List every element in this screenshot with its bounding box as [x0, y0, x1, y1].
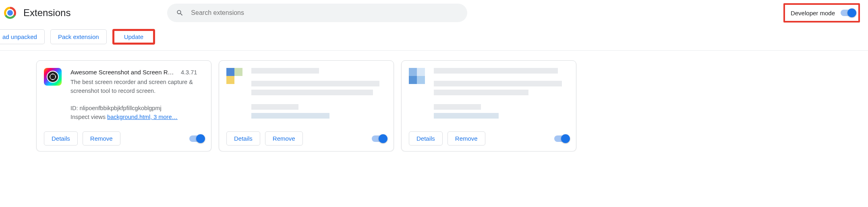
svg-rect-3 [234, 76, 242, 84]
pack-extension-button[interactable]: Pack extension [50, 29, 107, 44]
extension-inspect-views: Inspect views background.html, 3 more… [70, 113, 204, 122]
toggle-knob-icon [196, 134, 205, 143]
remove-button[interactable]: Remove [447, 131, 485, 146]
svg-rect-1 [234, 68, 242, 76]
extension-enable-toggle[interactable] [372, 135, 386, 142]
search-box[interactable] [167, 4, 467, 22]
remove-button[interactable]: Remove [83, 131, 120, 146]
chrome-logo-icon [4, 7, 16, 19]
extension-card: Awesome Screenshot and Screen Recor… 4.3… [36, 60, 211, 152]
page-title: Extensions [23, 7, 70, 18]
search-input[interactable] [191, 9, 458, 16]
header-bar: Extensions Developer mode [0, 0, 868, 26]
svg-rect-6 [409, 76, 417, 84]
extension-icon-obscured [226, 68, 242, 84]
extension-card: Details Remove [219, 60, 394, 152]
update-button[interactable]: Update [112, 29, 155, 45]
details-button[interactable]: Details [409, 131, 443, 146]
obscured-content [434, 68, 569, 127]
svg-rect-2 [226, 76, 234, 84]
developer-mode-label: Developer mode [791, 10, 835, 16]
extension-name: Awesome Screenshot and Screen Recor… [70, 68, 175, 77]
extension-icon-obscured [409, 68, 425, 84]
extensions-grid: Awesome Screenshot and Screen Recor… 4.3… [0, 51, 868, 152]
search-icon [176, 9, 184, 17]
remove-button[interactable]: Remove [265, 131, 303, 146]
extension-enable-toggle[interactable] [554, 135, 569, 142]
obscured-content [251, 68, 386, 127]
toggle-knob-icon [379, 134, 387, 143]
toggle-knob-icon [561, 134, 570, 143]
extension-icon [44, 68, 62, 86]
developer-mode-toggle[interactable] [841, 10, 855, 16]
svg-rect-4 [409, 68, 417, 76]
extension-card: Details Remove [401, 60, 576, 152]
load-unpacked-button[interactable]: ad unpacked [0, 29, 45, 44]
extension-enable-toggle[interactable] [189, 135, 204, 142]
toggle-knob-icon [847, 8, 856, 17]
dev-toolbar: ad unpacked Pack extension Update [0, 26, 868, 51]
details-button[interactable]: Details [226, 131, 260, 146]
svg-rect-0 [226, 68, 234, 76]
extension-description: The best screen recorder and screen capt… [70, 78, 204, 96]
extension-id: ID: nlipoenfbbikpbjkfpfillcgkoblgpmj [70, 104, 204, 113]
svg-rect-5 [417, 68, 425, 76]
details-button[interactable]: Details [44, 131, 78, 146]
svg-rect-7 [417, 76, 425, 84]
inspect-views-link[interactable]: background.html, 3 more… [107, 114, 178, 120]
extension-version: 4.3.71 [181, 68, 197, 77]
developer-mode-highlight: Developer mode [783, 3, 860, 23]
